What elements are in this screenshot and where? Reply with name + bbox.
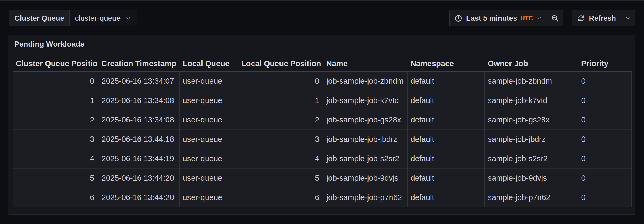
- cell-name: job-sample-job-jbdrz: [323, 130, 407, 149]
- table-row: 52025-06-16 13:44:20user-queue5job-sampl…: [13, 168, 631, 188]
- panel-title[interactable]: Pending Workloads: [13, 37, 631, 51]
- cell-name: job-sample-job-9dvjs: [323, 168, 407, 188]
- cell-creation-timestamp: 2025-06-16 13:34:08: [98, 110, 179, 130]
- chevron-down-icon: [625, 15, 631, 21]
- variable-value: cluster-queue: [75, 14, 121, 23]
- cell-owner-job: sample-job-zbndm: [484, 71, 578, 91]
- column-header-namespace[interactable]: Namespace: [407, 56, 484, 71]
- cell-name: job-sample-job-gs28x: [323, 110, 407, 130]
- pending-workloads-table: Cluster Queue PositionCreation Timestamp…: [13, 56, 632, 207]
- cell-priority: 0: [578, 168, 631, 188]
- column-header-creation-timestamp[interactable]: Creation Timestamp: [98, 56, 179, 71]
- cell-namespace: default: [407, 149, 484, 168]
- cell-priority: 0: [578, 110, 631, 130]
- cell-cluster-queue-position: 1: [13, 91, 98, 110]
- cell-creation-timestamp: 2025-06-16 13:34:07: [98, 71, 179, 91]
- zoom-out-time-button[interactable]: [547, 10, 563, 26]
- cell-cluster-queue-position: 5: [13, 168, 98, 188]
- cell-local-queue-position: 3: [238, 130, 323, 149]
- dashboard-page: { "toolbar": { "variable": { "label": "C…: [0, 0, 644, 224]
- cell-cluster-queue-position: 0: [13, 71, 98, 91]
- cell-owner-job: sample-job-k7vtd: [484, 91, 578, 110]
- cell-local-queue: user-queue: [179, 71, 238, 91]
- refresh-button[interactable]: Refresh: [572, 10, 621, 26]
- cell-creation-timestamp: 2025-06-16 13:44:19: [98, 149, 179, 168]
- cell-local-queue: user-queue: [179, 188, 238, 207]
- column-header-owner-job[interactable]: Owner Job: [484, 56, 578, 71]
- refresh-interval-dropdown[interactable]: [621, 10, 635, 26]
- column-header-local-queue-position[interactable]: Local Queue Position: [238, 56, 323, 71]
- cell-name: job-sample-job-zbndm: [323, 71, 407, 91]
- dashboard-toolbar: Cluster Queue cluster-queue Last 5 minut…: [0, 10, 644, 26]
- clock-icon: [454, 14, 462, 22]
- refresh-label: Refresh: [589, 14, 616, 23]
- cell-owner-job: sample-job-s2sr2: [484, 149, 578, 168]
- variable-value-dropdown[interactable]: cluster-queue: [70, 10, 137, 26]
- cell-name: job-sample-job-p7n62: [323, 188, 407, 207]
- cell-name: job-sample-job-k7vtd: [323, 91, 407, 110]
- cell-cluster-queue-position: 3: [13, 130, 98, 149]
- time-range-label: Last 5 minutes: [466, 14, 517, 23]
- cell-owner-job: sample-job-p7n62: [484, 188, 578, 207]
- cell-priority: 0: [578, 91, 631, 110]
- variable-label: Cluster Queue: [9, 10, 70, 26]
- time-picker-group: Last 5 minutes UTC: [449, 10, 563, 26]
- chevron-down-icon: [125, 15, 131, 21]
- cell-owner-job: sample-job-jbdrz: [484, 130, 578, 149]
- cell-priority: 0: [578, 149, 631, 168]
- variable-picker: Cluster Queue cluster-queue: [9, 10, 137, 26]
- cell-cluster-queue-position: 6: [13, 188, 98, 207]
- table-row: 22025-06-16 13:34:08user-queue2job-sampl…: [13, 110, 631, 130]
- toolbar-controls: Last 5 minutes UTC Refresh: [449, 10, 635, 26]
- chevron-down-icon: [537, 16, 542, 21]
- cell-priority: 0: [578, 71, 631, 91]
- cell-local-queue-position: 4: [238, 149, 323, 168]
- cell-namespace: default: [407, 130, 484, 149]
- cell-local-queue-position: 1: [238, 91, 323, 110]
- cell-local-queue: user-queue: [179, 168, 238, 188]
- table-row: 12025-06-16 13:34:08user-queue1job-sampl…: [13, 91, 631, 110]
- cell-creation-timestamp: 2025-06-16 13:34:08: [98, 91, 179, 110]
- refresh-icon: [577, 14, 585, 22]
- cell-owner-job: sample-job-gs28x: [484, 110, 578, 130]
- cell-namespace: default: [407, 110, 484, 130]
- table-row: 02025-06-16 13:34:07user-queue0job-sampl…: [13, 71, 631, 91]
- cell-owner-job: sample-job-9dvjs: [484, 168, 578, 188]
- cell-local-queue-position: 5: [238, 168, 323, 188]
- cell-priority: 0: [578, 188, 631, 207]
- cell-namespace: default: [407, 188, 484, 207]
- cell-namespace: default: [407, 91, 484, 110]
- cell-namespace: default: [407, 168, 484, 188]
- cell-priority: 0: [578, 130, 631, 149]
- column-header-name[interactable]: Name: [323, 56, 407, 71]
- cell-namespace: default: [407, 71, 484, 91]
- cell-local-queue: user-queue: [179, 91, 238, 110]
- column-header-local-queue[interactable]: Local Queue: [179, 56, 238, 71]
- cell-local-queue-position: 6: [238, 188, 323, 207]
- column-header-cluster-queue-position[interactable]: Cluster Queue Position: [13, 56, 98, 71]
- cell-creation-timestamp: 2025-06-16 13:44:20: [98, 188, 179, 207]
- timezone-label: UTC: [520, 15, 533, 22]
- cell-cluster-queue-position: 2: [13, 110, 98, 130]
- pending-workloads-panel: Pending Workloads Cluster Queue Position…: [8, 35, 635, 215]
- cell-local-queue: user-queue: [179, 130, 238, 149]
- cell-local-queue-position: 2: [238, 110, 323, 130]
- cell-local-queue-position: 0: [238, 71, 323, 91]
- cell-cluster-queue-position: 4: [13, 149, 98, 168]
- cell-local-queue: user-queue: [179, 110, 238, 130]
- cell-name: job-sample-job-s2sr2: [323, 149, 407, 168]
- column-header-priority[interactable]: Priority: [578, 56, 631, 71]
- table-row: 42025-06-16 13:44:19user-queue4job-sampl…: [13, 149, 631, 168]
- cell-creation-timestamp: 2025-06-16 13:44:20: [98, 168, 179, 188]
- table-row: 62025-06-16 13:44:20user-queue6job-sampl…: [13, 188, 631, 207]
- cell-local-queue: user-queue: [179, 149, 238, 168]
- time-range-button[interactable]: Last 5 minutes UTC: [450, 10, 547, 26]
- table-body: 02025-06-16 13:34:07user-queue0job-sampl…: [13, 71, 631, 207]
- refresh-group: Refresh: [572, 10, 635, 26]
- magnifier-minus-icon: [551, 14, 559, 22]
- cell-creation-timestamp: 2025-06-16 13:44:18: [98, 130, 179, 149]
- table-header-row: Cluster Queue PositionCreation Timestamp…: [13, 56, 631, 71]
- table-row: 32025-06-16 13:44:18user-queue3job-sampl…: [13, 130, 631, 149]
